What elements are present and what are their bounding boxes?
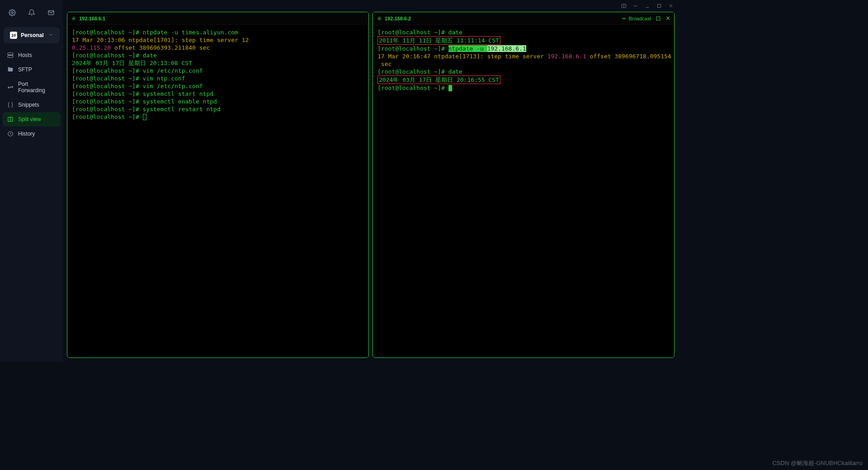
sidebar-item-split-view[interactable]: Split view bbox=[3, 112, 61, 127]
sidebar-top bbox=[0, 0, 63, 25]
server-icon bbox=[7, 52, 14, 58]
workspace-name: Personal bbox=[21, 32, 44, 38]
svg-point-15 bbox=[379, 18, 380, 19]
sidebar-item-history[interactable]: History bbox=[3, 127, 61, 141]
sidebar-item-hosts[interactable]: Hosts bbox=[3, 48, 61, 62]
highlight-box: 2011年 11月 11日 星期五 11:11:14 CST bbox=[377, 36, 500, 45]
highlight-box: 2024年 03月 17日 星期日 20:16:55 CST bbox=[377, 75, 500, 84]
close-icon[interactable] bbox=[668, 3, 674, 9]
cursor-icon bbox=[143, 114, 146, 120]
svg-rect-2 bbox=[8, 53, 13, 55]
tabbar-right-controls: Broadcast ✕ bbox=[621, 15, 670, 22]
menu-icon[interactable] bbox=[633, 3, 638, 9]
tab-label: 192.168.6.2 bbox=[385, 16, 411, 21]
gear-icon bbox=[71, 16, 76, 21]
arrows-icon bbox=[7, 84, 14, 90]
sidebar-nav: Hosts SFTP Port Forwarding Snippets Spli… bbox=[0, 48, 63, 141]
sidebar-item-label: History bbox=[18, 131, 35, 137]
sidebar: 10 Personal Hosts SFTP Port Forwarding S… bbox=[0, 0, 63, 362]
sidebar-item-snippets[interactable]: Snippets bbox=[3, 98, 61, 112]
bell-icon[interactable] bbox=[26, 7, 37, 18]
close-pane-icon[interactable]: ✕ bbox=[665, 15, 670, 22]
expand-icon[interactable] bbox=[656, 16, 661, 21]
chevron-down-icon bbox=[48, 32, 53, 39]
maximize-icon[interactable] bbox=[656, 3, 662, 9]
broadcast-label: Broadcast bbox=[628, 16, 651, 21]
svg-rect-3 bbox=[8, 56, 13, 58]
pane-left-tabbar: 192.168.6.1 bbox=[67, 12, 368, 25]
cursor-icon bbox=[448, 85, 452, 91]
workspace-selector[interactable]: 10 Personal bbox=[4, 27, 60, 43]
panes: 192.168.6.1 [root@localhost ~]# ntpdate … bbox=[63, 12, 678, 362]
titlebar bbox=[63, 0, 678, 12]
settings-icon[interactable] bbox=[7, 7, 18, 18]
sidebar-item-label: Hosts bbox=[18, 52, 32, 58]
svg-rect-17 bbox=[656, 17, 660, 20]
pane-left-tab[interactable]: 192.168.6.1 bbox=[71, 16, 105, 21]
sidebar-item-label: Port Forwarding bbox=[18, 81, 56, 94]
terminal-left[interactable]: [root@localhost ~]# ntpdate -u times.ali… bbox=[67, 25, 368, 357]
svg-point-16 bbox=[623, 18, 624, 19]
layout-icon[interactable] bbox=[621, 3, 627, 9]
broadcast-icon bbox=[621, 16, 627, 21]
minimize-icon[interactable] bbox=[645, 3, 650, 9]
terminal-right[interactable]: [root@localhost ~]# date 2011年 11月 11日 星… bbox=[373, 25, 674, 357]
workspace-badge: 10 bbox=[10, 32, 17, 39]
sidebar-item-sftp[interactable]: SFTP bbox=[3, 62, 61, 77]
tab-label: 192.168.6.1 bbox=[79, 16, 105, 21]
sidebar-item-port-forwarding[interactable]: Port Forwarding bbox=[3, 77, 61, 98]
svg-point-14 bbox=[73, 18, 75, 19]
mail-icon[interactable] bbox=[46, 7, 57, 18]
sidebar-item-label: SFTP bbox=[18, 66, 32, 73]
pane-right-tabbar: 192.168.6.2 Broadcast ✕ bbox=[373, 12, 674, 25]
split-icon bbox=[7, 116, 14, 122]
pane-right-tab[interactable]: 192.168.6.2 bbox=[377, 16, 411, 21]
folder-icon bbox=[7, 66, 14, 73]
broadcast-button[interactable]: Broadcast bbox=[621, 16, 651, 21]
sidebar-item-label: Snippets bbox=[18, 102, 39, 108]
gear-icon bbox=[377, 16, 382, 21]
main: 192.168.6.1 [root@localhost ~]# ntpdate … bbox=[63, 0, 678, 362]
svg-rect-11 bbox=[658, 5, 661, 8]
pane-left: 192.168.6.1 [root@localhost ~]# ntpdate … bbox=[67, 12, 369, 358]
pane-right: 192.168.6.2 Broadcast ✕ [root@localhost … bbox=[373, 12, 675, 358]
sidebar-item-label: Split view bbox=[18, 116, 41, 122]
svg-point-0 bbox=[11, 12, 13, 14]
braces-icon bbox=[7, 102, 14, 108]
clock-icon bbox=[7, 131, 14, 137]
